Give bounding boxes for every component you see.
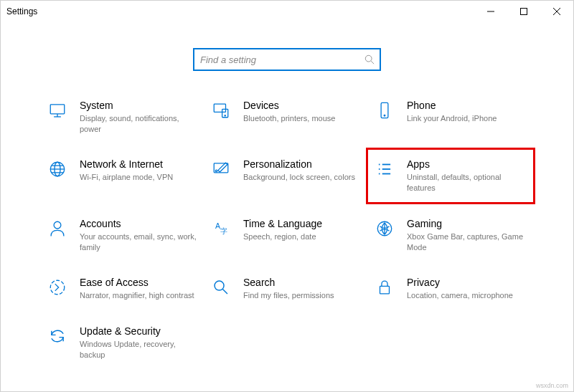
tile-desc: Wi-Fi, airplane mode, VPN (80, 172, 200, 183)
tile-desc: Windows Update, recovery, backup (80, 339, 200, 360)
tile-title: Apps (407, 158, 527, 171)
tile-title: Ease of Access (80, 277, 200, 289)
search-input[interactable] (194, 54, 359, 65)
tile-title: Gaming (407, 218, 527, 230)
maximize-button[interactable] (507, 1, 540, 22)
search-icon (359, 54, 380, 64)
svg-rect-34 (380, 287, 390, 295)
tile-apps[interactable]: Apps Uninstall, defaults, optional featu… (374, 156, 527, 196)
search-box[interactable] (193, 48, 381, 71)
titlebar: Settings (1, 1, 573, 22)
svg-text:字: 字 (220, 227, 227, 235)
display-icon (47, 100, 68, 121)
tile-title: Personalization (243, 158, 364, 171)
tile-time-language[interactable]: A字 Time & Language Speech, region, date (210, 215, 364, 255)
search-icon (210, 277, 232, 298)
tile-desc: Xbox Game Bar, captures, Game Mode (407, 231, 527, 253)
tile-personalization[interactable]: Personalization Background, lock screen,… (210, 156, 364, 196)
svg-point-27 (54, 221, 61, 229)
window-title: Settings (6, 6, 37, 16)
tile-title: Accounts (80, 218, 200, 230)
tile-gaming[interactable]: Gaming Xbox Game Bar, captures, Game Mod… (374, 215, 527, 255)
tile-desc: Display, sound, notifications, power (80, 113, 200, 135)
svg-rect-6 (50, 105, 65, 114)
tile-title: Network & Internet (80, 158, 200, 171)
tile-desc: Link your Android, iPhone (407, 113, 527, 124)
tile-title: System (80, 100, 200, 112)
devices-icon (210, 100, 232, 121)
tile-title: Search (243, 277, 364, 289)
tile-update-security[interactable]: Update & Security Windows Update, recove… (47, 322, 200, 363)
tile-desc: Location, camera, microphone (407, 290, 527, 301)
tile-desc: Speech, region, date (243, 231, 364, 242)
phone-icon (374, 100, 395, 121)
svg-point-32 (215, 282, 224, 291)
tile-title: Phone (407, 100, 527, 112)
close-button[interactable] (540, 1, 573, 22)
window-controls (474, 1, 573, 22)
minimize-button[interactable] (474, 1, 507, 22)
svg-point-11 (225, 115, 225, 116)
tile-desc: Background, lock screen, colors (243, 172, 364, 183)
svg-point-4 (365, 55, 372, 62)
watermark: wsxdn.com (536, 382, 568, 389)
tile-devices[interactable]: Devices Bluetooth, printers, mouse (210, 97, 364, 137)
language-icon: A字 (210, 218, 232, 239)
tile-phone[interactable]: Phone Link your Android, iPhone (374, 97, 527, 137)
svg-point-20 (215, 171, 217, 172)
minimize-icon (487, 8, 494, 15)
tile-title: Devices (243, 100, 364, 112)
svg-point-31 (50, 281, 65, 295)
svg-point-13 (384, 115, 385, 117)
paintbrush-icon (210, 158, 232, 180)
gaming-icon (374, 218, 395, 239)
tile-accounts[interactable]: Accounts Your accounts, email, sync, wor… (47, 215, 200, 255)
maximize-icon (520, 8, 527, 15)
svg-line-5 (371, 61, 374, 64)
tile-search[interactable]: Search Find my files, permissions (210, 274, 364, 304)
svg-line-33 (222, 290, 227, 295)
lock-icon (374, 277, 395, 298)
tile-title: Time & Language (243, 218, 364, 230)
tile-title: Update & Security (80, 325, 200, 338)
close-icon (553, 8, 560, 15)
tile-desc: Find my files, permissions (243, 290, 364, 301)
tile-privacy[interactable]: Privacy Location, camera, microphone (374, 274, 527, 304)
search-container (44, 48, 530, 71)
tile-ease-of-access[interactable]: Ease of Access Narrator, magnifier, high… (47, 274, 200, 304)
tile-network[interactable]: Network & Internet Wi-Fi, airplane mode,… (47, 156, 200, 196)
tile-system[interactable]: System Display, sound, notifications, po… (47, 97, 200, 137)
tile-title: Privacy (407, 277, 527, 289)
settings-grid: System Display, sound, notifications, po… (44, 97, 530, 363)
person-icon (47, 218, 68, 239)
tile-desc: Uninstall, defaults, optional features (407, 172, 527, 193)
tile-desc: Narrator, magnifier, high contrast (80, 290, 200, 301)
svg-rect-1 (521, 9, 527, 15)
settings-home: System Display, sound, notifications, po… (1, 22, 573, 363)
tile-desc: Your accounts, email, sync, work, family (80, 231, 200, 253)
svg-rect-9 (214, 104, 225, 112)
apps-list-icon (374, 158, 395, 180)
ease-of-access-icon (47, 277, 68, 298)
globe-icon (47, 158, 68, 180)
sync-icon (47, 325, 68, 347)
tile-desc: Bluetooth, printers, mouse (243, 113, 364, 124)
